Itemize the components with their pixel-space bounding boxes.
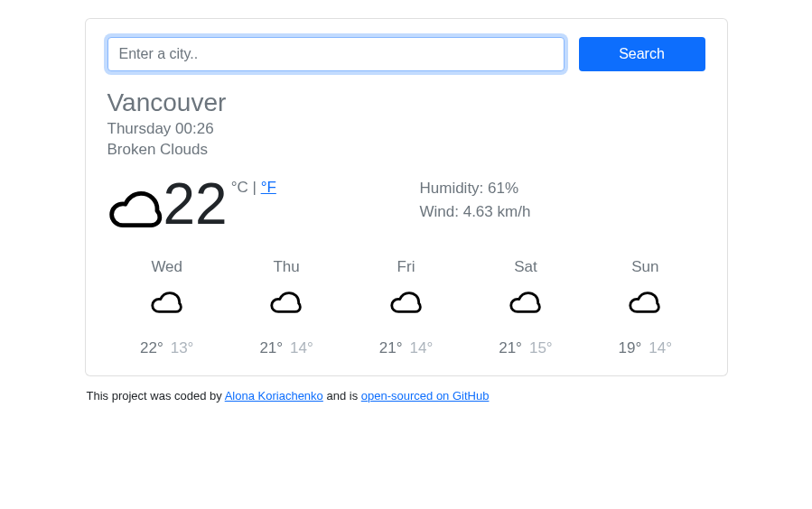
current-weather-row: 22 °C | °F Humidity: 61% Wind: 4.63 km/h bbox=[107, 175, 705, 238]
forecast-temps: 21°14° bbox=[227, 339, 346, 357]
forecast-day-label: Wed bbox=[107, 258, 227, 276]
forecast-day: Wed22°13° bbox=[107, 258, 227, 357]
cloud-icon bbox=[107, 180, 165, 238]
footer-mid: and is bbox=[323, 389, 361, 403]
footer-prefix: This project was coded by bbox=[87, 389, 225, 403]
datetime-text: Thursday 00:26 bbox=[107, 118, 705, 140]
forecast-day-label: Sun bbox=[585, 258, 705, 276]
wind-label: Wind: bbox=[420, 203, 463, 220]
forecast-low: 14° bbox=[410, 339, 434, 356]
cloud-icon bbox=[389, 285, 424, 319]
forecast-high: 22° bbox=[140, 339, 163, 356]
forecast-day-label: Fri bbox=[346, 258, 465, 276]
forecast-row: Wed22°13°Thu21°14°Fri21°14°Sat21°15°Sun1… bbox=[107, 258, 705, 357]
forecast-low: 14° bbox=[649, 339, 672, 356]
wind-value: 4.63 km/h bbox=[463, 203, 531, 220]
forecast-temps: 21°15° bbox=[466, 339, 585, 357]
footer-credit: This project was coded by Alona Koriache… bbox=[85, 389, 728, 403]
weather-card: Search Vancouver Thursday 00:26 Broken C… bbox=[85, 18, 728, 376]
app-container: Search Vancouver Thursday 00:26 Broken C… bbox=[81, 18, 732, 403]
current-left: 22 °C | °F bbox=[107, 175, 393, 238]
forecast-low: 13° bbox=[171, 339, 194, 356]
unit-separator: | bbox=[248, 179, 261, 196]
forecast-high: 21° bbox=[379, 339, 403, 356]
current-details: Humidity: 61% Wind: 4.63 km/h bbox=[420, 175, 705, 238]
forecast-low: 15° bbox=[529, 339, 553, 356]
unit-fahrenheit-link[interactable]: °F bbox=[261, 179, 276, 196]
city-name: Vancouver bbox=[107, 88, 705, 118]
forecast-day: Fri21°14° bbox=[346, 258, 465, 357]
search-button[interactable]: Search bbox=[579, 37, 705, 71]
footer-author-link[interactable]: Alona Koriachenko bbox=[225, 389, 323, 403]
forecast-day-label: Thu bbox=[227, 258, 346, 276]
cloud-icon bbox=[269, 285, 303, 319]
condition-text: Broken Clouds bbox=[107, 139, 705, 161]
humidity-label: Humidity: bbox=[420, 180, 489, 197]
forecast-temps: 21°14° bbox=[346, 339, 465, 357]
humidity-row: Humidity: 61% bbox=[420, 177, 705, 200]
unit-toggle: °C | °F bbox=[231, 179, 276, 197]
forecast-day: Thu21°14° bbox=[227, 258, 346, 357]
search-row: Search bbox=[107, 37, 705, 71]
cloud-icon bbox=[150, 285, 184, 319]
unit-celsius: °C bbox=[231, 179, 248, 196]
forecast-day-label: Sat bbox=[466, 258, 585, 276]
forecast-high: 21° bbox=[499, 339, 522, 356]
humidity-value: 61% bbox=[488, 180, 518, 197]
forecast-high: 19° bbox=[619, 339, 642, 356]
cloud-icon bbox=[509, 285, 543, 319]
footer-github-link[interactable]: open-sourced on GitHub bbox=[361, 389, 490, 403]
forecast-high: 21° bbox=[259, 339, 283, 356]
forecast-day: Sat21°15° bbox=[466, 258, 585, 357]
current-temperature: 22 bbox=[163, 175, 228, 233]
cloud-icon bbox=[628, 285, 662, 319]
forecast-temps: 22°13° bbox=[107, 339, 227, 357]
forecast-day: Sun19°14° bbox=[585, 258, 705, 357]
forecast-temps: 19°14° bbox=[585, 339, 705, 357]
forecast-low: 14° bbox=[290, 339, 313, 356]
wind-row: Wind: 4.63 km/h bbox=[420, 200, 705, 224]
city-search-input[interactable] bbox=[107, 37, 565, 71]
